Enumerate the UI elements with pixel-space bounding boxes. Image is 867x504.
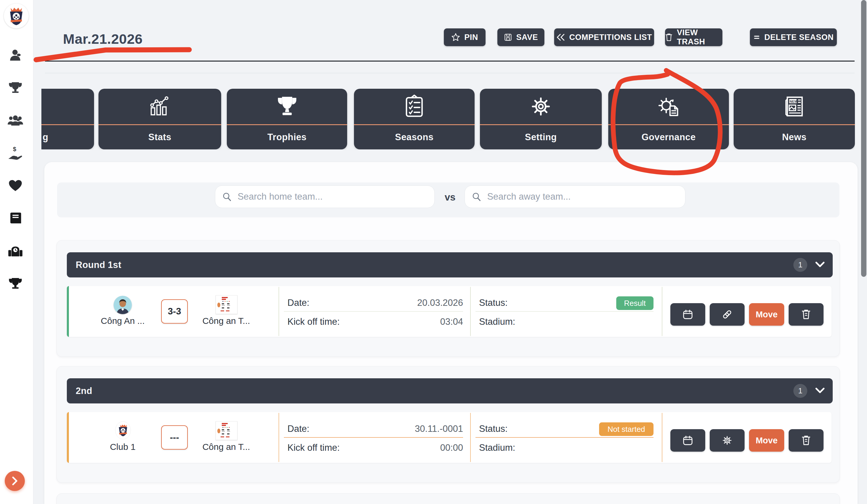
column-divider <box>470 413 471 462</box>
kickoff-label: Kick off time: <box>287 317 340 327</box>
home-team-avatar[interactable] <box>114 296 132 314</box>
vs-label: vs <box>440 192 460 203</box>
delete-match-button[interactable] <box>789 303 824 326</box>
club-logo[interactable] <box>4 3 29 29</box>
trophy-icon <box>276 95 298 118</box>
sidebar-expand-button[interactable] <box>5 471 25 491</box>
link-icon <box>721 309 733 320</box>
score-box[interactable]: 3-3 <box>161 299 188 324</box>
stadium-label: Stadium: <box>479 442 515 453</box>
kickoff-label: Kick off time: <box>287 442 340 453</box>
field-divider <box>475 437 653 438</box>
date-value: 30.11.-0001 <box>343 423 463 434</box>
pin-button[interactable]: PIN <box>444 29 485 46</box>
status-label: Status: <box>479 423 508 434</box>
status-badge-text: Result <box>624 299 646 308</box>
person-icon <box>9 49 22 62</box>
tab-trophies[interactable]: Trophies <box>227 89 347 149</box>
calendar-button[interactable] <box>670 429 705 452</box>
scrollbar-thumb[interactable] <box>861 0 866 277</box>
column-divider <box>279 413 279 462</box>
gear-document-icon <box>657 95 681 118</box>
home-team-logo[interactable] <box>115 421 131 440</box>
date-label: Date: <box>287 423 309 434</box>
settings-button[interactable] <box>710 429 745 452</box>
delete-season-button[interactable]: DELETE SEASON <box>750 29 837 46</box>
home-team-search-input[interactable] <box>237 191 428 202</box>
tab-governance[interactable]: Governance <box>608 89 729 149</box>
field-divider <box>284 311 463 312</box>
gear-icon <box>721 435 733 446</box>
newspaper-icon: NEWS <box>784 95 805 118</box>
status-accent-bar <box>67 412 69 463</box>
calendar-icon <box>682 309 693 320</box>
tab-news-label: News <box>734 125 855 149</box>
search-icon <box>472 192 481 202</box>
home-team-logo-image <box>115 421 131 440</box>
sidebar-item-favorites[interactable] <box>7 178 24 194</box>
tab-governance-label: Governance <box>608 125 729 149</box>
sidebar: $ <box>0 0 33 504</box>
save-button-label: SAVE <box>516 33 538 42</box>
tab-stats[interactable]: Stats <box>98 89 221 149</box>
chevron-down-icon[interactable] <box>814 386 826 396</box>
equals-icon <box>753 34 760 41</box>
tab-partial-icon-area <box>41 89 94 124</box>
status-badge: Not started <box>599 422 653 436</box>
trash-icon <box>801 435 811 446</box>
delete-match-button[interactable] <box>789 429 824 452</box>
tab-seasons-label: Seasons <box>354 125 474 149</box>
date-label: Date: <box>287 298 309 308</box>
star-icon <box>451 33 460 42</box>
round-1-header[interactable]: Round 1st 1 <box>67 252 833 277</box>
hand-dollar-icon: $ <box>8 146 23 160</box>
svg-text:$: $ <box>13 146 16 152</box>
tab-setting-label: Setting <box>480 125 602 149</box>
round-title: 2nd <box>67 386 92 396</box>
away-team-logo[interactable] <box>216 295 237 314</box>
kickoff-value: 03:04 <box>343 317 463 327</box>
column-divider <box>279 287 279 336</box>
competitions-list-button[interactable]: COMPETITIONS LIST <box>554 29 654 46</box>
away-team-search[interactable] <box>464 185 685 208</box>
tab-setting[interactable]: Setting <box>480 89 602 149</box>
calendar-button[interactable] <box>670 303 705 326</box>
field-divider <box>284 437 463 438</box>
stadium-label: Stadium: <box>479 317 515 327</box>
sidebar-item-stadiums[interactable] <box>7 243 24 259</box>
move-button[interactable]: Move <box>749 303 784 326</box>
away-team-search-input[interactable] <box>486 191 679 202</box>
chevron-down-icon[interactable] <box>814 260 826 270</box>
tab-seasons[interactable]: Seasons <box>354 89 474 149</box>
tab-news[interactable]: NEWS News <box>734 89 855 149</box>
sidebar-item-finance[interactable]: $ <box>7 145 24 161</box>
sidebar-item-profile[interactable] <box>7 47 24 64</box>
round-section-partial <box>56 493 840 504</box>
stadium-icon <box>8 245 23 257</box>
view-trash-button[interactable]: VIEW TRASH <box>665 29 722 46</box>
link-button[interactable] <box>710 303 745 326</box>
page-title: Mar.21.2026 <box>63 31 142 47</box>
tab-strip: g Stats Trophies Seasons Setting Governa… <box>41 89 855 150</box>
date-value: 20.03.2026 <box>343 298 463 308</box>
sidebar-item-competitions[interactable] <box>7 275 24 292</box>
home-team-search[interactable] <box>215 185 435 208</box>
delete-season-button-label: DELETE SEASON <box>764 33 834 42</box>
status-badge-text: Not started <box>607 425 645 434</box>
sidebar-item-rules[interactable] <box>7 210 24 226</box>
annotation-underline <box>36 50 189 60</box>
stats-icon <box>148 96 171 117</box>
round-2-header[interactable]: 2nd 1 <box>67 378 833 404</box>
away-team-logo[interactable] <box>216 421 237 440</box>
status-label: Status: <box>479 298 508 308</box>
sidebar-item-trophies[interactable] <box>7 79 24 96</box>
move-button[interactable]: Move <box>749 429 784 452</box>
tab-partial[interactable]: g <box>41 89 94 149</box>
home-team-name: Club 1 <box>87 442 158 452</box>
score-box[interactable]: --- <box>161 425 188 450</box>
away-team-name: Công an T... <box>191 442 262 452</box>
club-logo-icon <box>7 6 26 26</box>
competitions-list-button-label: COMPETITIONS LIST <box>569 33 652 42</box>
save-button[interactable]: SAVE <box>497 29 544 46</box>
sidebar-item-teams[interactable] <box>7 112 24 129</box>
